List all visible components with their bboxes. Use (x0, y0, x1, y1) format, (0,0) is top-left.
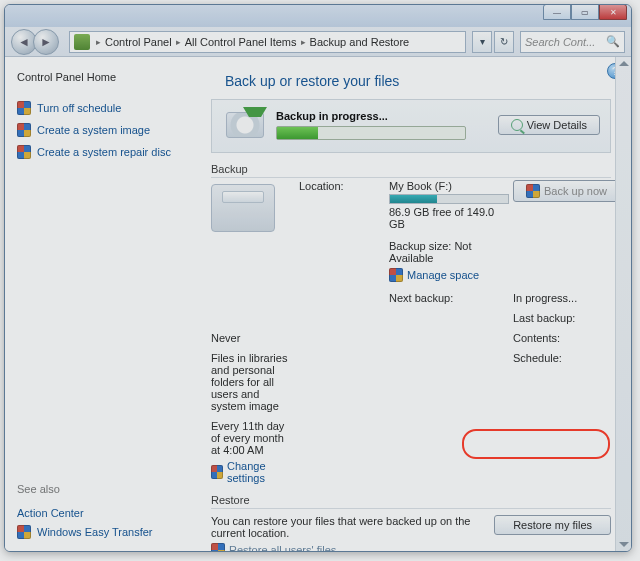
shield-icon (17, 525, 31, 539)
next-backup-value: In progress... (513, 292, 620, 304)
maximize-button[interactable]: ▭ (571, 4, 599, 20)
magnifier-icon (511, 119, 523, 131)
breadcrumb[interactable]: ▸ Control Panel ▸ All Control Panel Item… (69, 31, 466, 53)
sidebar-item-label: Windows Easy Transfer (37, 526, 153, 538)
sidebar-turn-off-schedule[interactable]: Turn off schedule (17, 101, 177, 115)
shield-icon (526, 184, 540, 198)
scrollbar[interactable] (615, 57, 631, 551)
manage-space-link[interactable]: Manage space (389, 268, 479, 282)
drive-icon (211, 184, 275, 232)
shield-icon (17, 101, 31, 115)
backup-now-button[interactable]: Back up now (513, 180, 620, 202)
space-free-text: 86.9 GB free of 149.0 GB (389, 206, 509, 230)
view-details-button[interactable]: View Details (498, 115, 600, 135)
see-also-easy-transfer[interactable]: Windows Easy Transfer (17, 525, 177, 539)
see-also-action-center[interactable]: Action Center (17, 507, 177, 519)
restore-all-users-link[interactable]: Restore all users' files (211, 543, 336, 551)
backup-activity-icon (226, 112, 264, 138)
crumb-control-panel[interactable]: Control Panel (105, 36, 172, 48)
page-title: Back up or restore your files (225, 73, 611, 89)
next-backup-label: Next backup: (389, 292, 509, 304)
main-content: ? Back up or restore your files Backup i… (185, 57, 631, 551)
contents-value: Files in libraries and personal folders … (211, 352, 295, 412)
crumb-all-items[interactable]: All Control Panel Items (185, 36, 297, 48)
sidebar-item-label: Turn off schedule (37, 102, 121, 114)
sidebar-item-label: Create a system image (37, 124, 150, 136)
sidebar-create-system-image[interactable]: Create a system image (17, 123, 177, 137)
sidebar-create-repair-disc[interactable]: Create a system repair disc (17, 145, 177, 159)
location-value: My Book (F:) (389, 180, 509, 192)
restore-description: You can restore your files that were bac… (211, 515, 480, 539)
restore-section-header: Restore (211, 494, 611, 509)
search-placeholder: Search Cont... (525, 36, 595, 48)
change-settings-link[interactable]: Change settings (211, 460, 295, 484)
address-bar: ◄ ► ▸ Control Panel ▸ All Control Panel … (5, 27, 631, 57)
see-also-header: See also (17, 483, 177, 495)
disk-space-bar (389, 194, 509, 204)
close-button[interactable]: ✕ (599, 4, 627, 20)
shield-icon (389, 268, 403, 282)
sidebar-item-label: Create a system repair disc (37, 146, 171, 158)
progress-bar (276, 126, 466, 140)
backup-progress-panel: Backup in progress... View Details (211, 99, 611, 153)
schedule-label: Schedule: (513, 352, 620, 364)
address-dropdown[interactable]: ▾ (472, 31, 492, 53)
shield-icon (17, 145, 31, 159)
sidebar: Control Panel Home Turn off schedule Cre… (5, 57, 185, 551)
contents-label: Contents: (513, 332, 620, 344)
backup-size-text: Backup size: Not Available (389, 240, 509, 264)
location-label: Location: (299, 180, 385, 192)
shield-icon (17, 123, 31, 137)
shield-icon (211, 543, 225, 551)
minimize-button[interactable]: — (543, 4, 571, 20)
schedule-value: Every 11th day of every month at 4:00 AM (211, 420, 295, 456)
restore-my-files-button[interactable]: Restore my files (494, 515, 611, 535)
refresh-button[interactable]: ↻ (494, 31, 514, 53)
forward-button[interactable]: ► (33, 29, 59, 55)
search-input[interactable]: Search Cont... 🔍 (520, 31, 625, 53)
progress-label: Backup in progress... (276, 110, 466, 122)
control-panel-icon (74, 34, 90, 50)
last-backup-value: Never (211, 332, 295, 344)
search-icon: 🔍 (606, 35, 620, 48)
last-backup-label: Last backup: (513, 312, 620, 324)
titlebar: — ▭ ✕ (5, 5, 631, 27)
crumb-backup-restore[interactable]: Backup and Restore (310, 36, 410, 48)
backup-section-header: Backup (211, 163, 611, 178)
shield-icon (211, 465, 223, 479)
control-panel-home-link[interactable]: Control Panel Home (17, 71, 177, 83)
